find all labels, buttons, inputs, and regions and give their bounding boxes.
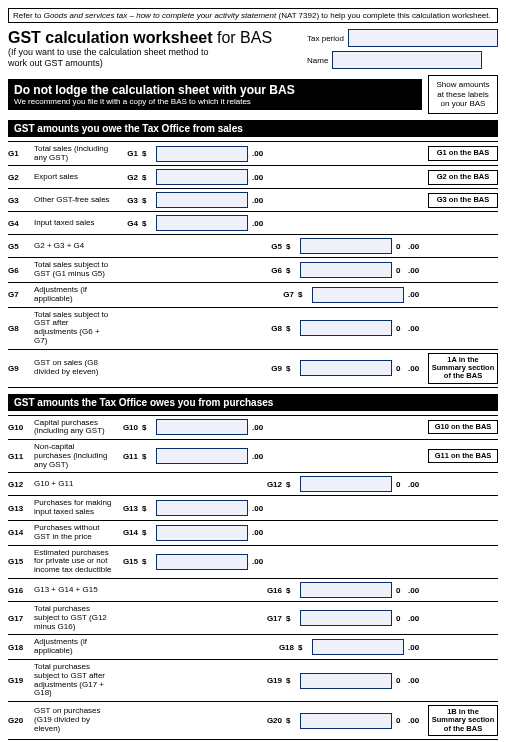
label-left: G1	[116, 149, 138, 158]
amount-input[interactable]	[156, 146, 248, 162]
dollar-sign: $	[142, 452, 152, 461]
row-g3: G3Other GST-free salesG3$.00G3 on the BA…	[8, 188, 498, 211]
taxperiod-input[interactable]	[348, 29, 498, 47]
bas-ref: G10 on the BAS	[426, 420, 498, 434]
taxperiod-label: Tax period	[307, 34, 344, 43]
cents: .00	[408, 716, 422, 725]
dollar-sign: $	[142, 528, 152, 537]
bas-badge: G2 on the BAS	[428, 170, 498, 184]
section-purchases: GST amounts the Tax Office owes you from…	[8, 394, 498, 411]
label-left: G15	[116, 557, 138, 566]
amount-input	[300, 476, 392, 492]
code: G12	[8, 480, 30, 489]
bas-ref: G11 on the BAS	[426, 449, 498, 463]
desc: Non-capital purchases (including any GST…	[34, 443, 112, 469]
amount-input	[300, 238, 392, 254]
bas-badge: G3 on the BAS	[428, 193, 498, 207]
desc: Adjustments (if applicable)	[34, 638, 124, 656]
dollar-sign: $	[142, 557, 152, 566]
cents: .00	[408, 586, 422, 595]
dollar-sign: $	[286, 242, 296, 251]
hint-pre: Refer to	[13, 11, 44, 20]
row-g13: G13Purchases for making input taxed sale…	[8, 495, 498, 520]
label-right: G6	[260, 266, 282, 275]
row-g18: G18Adjustments (if applicable)G18$.00	[8, 634, 498, 659]
amount-input	[300, 262, 392, 278]
row-g15: G15Estimated purchases for private use o…	[8, 545, 498, 578]
row-g16: G16G13 + G14 + G15G16$0.00	[8, 578, 498, 601]
row-g10: G10Capital purchases (including any GST)…	[8, 415, 498, 440]
amount-input[interactable]	[156, 525, 248, 541]
bas-labels-box: Show amounts at these labels on your BAS	[428, 75, 498, 114]
label-right: G7	[272, 290, 294, 299]
cents: .00	[252, 423, 266, 432]
bas-badge: G10 on the BAS	[428, 420, 498, 434]
desc: Export sales	[34, 173, 112, 182]
dollar-sign: $	[286, 716, 296, 725]
row-g6: G6Total sales subject to GST (G1 minus G…	[8, 257, 498, 282]
bas-badge: 1B in the Summary section of the BAS	[428, 705, 498, 736]
cents: .00	[252, 149, 266, 158]
label-left: G10	[116, 423, 138, 432]
amount-input[interactable]	[156, 448, 248, 464]
code: G19	[8, 676, 30, 685]
bas-badge: 1A in the Summary section of the BAS	[428, 353, 498, 384]
amount-input[interactable]	[156, 554, 248, 570]
desc: G13 + G14 + G15	[34, 586, 112, 595]
cents: .00	[252, 219, 266, 228]
amount-input[interactable]	[156, 169, 248, 185]
dollar-sign: $	[142, 504, 152, 513]
warning-banner: Do not lodge the calculation sheet with …	[8, 79, 422, 110]
code: G2	[8, 173, 30, 182]
row-g12: G12G10 + G11G12$0.00	[8, 472, 498, 495]
row-g1: G1Total sales (including any GST)G1$.00G…	[8, 141, 498, 166]
desc: G10 + G11	[34, 480, 112, 489]
dollar-sign: $	[298, 643, 308, 652]
calc-zero: 0	[396, 324, 404, 333]
desc: Estimated purchases for private use or n…	[34, 549, 112, 575]
amount-input[interactable]	[156, 419, 248, 435]
dollar-sign: $	[298, 290, 308, 299]
row-g20: G20GST on purchases (G19 divided by elev…	[8, 701, 498, 740]
dollar-sign: $	[286, 266, 296, 275]
code: G6	[8, 266, 30, 275]
dollar-sign: $	[142, 219, 152, 228]
label-right: G5	[260, 242, 282, 251]
code: G20	[8, 716, 30, 725]
amount-input	[300, 673, 392, 689]
desc: Total sales subject to GST after adjustm…	[34, 311, 112, 346]
dollar-sign: $	[286, 364, 296, 373]
label-right: G17	[260, 614, 282, 623]
desc: Total sales subject to GST (G1 minus G5)	[34, 261, 112, 279]
label-left: G14	[116, 528, 138, 537]
dollar-sign: $	[142, 423, 152, 432]
amount-input	[300, 713, 392, 729]
name-input[interactable]	[332, 51, 482, 69]
amount-input	[300, 360, 392, 376]
cents: .00	[252, 557, 266, 566]
dollar-sign: $	[142, 173, 152, 182]
bas-ref: 1A in the Summary section of the BAS	[426, 353, 498, 384]
amount-input[interactable]	[312, 287, 404, 303]
calc-zero: 0	[396, 364, 404, 373]
label-left: G4	[116, 219, 138, 228]
amount-input[interactable]	[156, 500, 248, 516]
dollar-sign: $	[286, 586, 296, 595]
hint-post: (NAT 7392) to help you complete this cal…	[276, 11, 490, 20]
cents: .00	[408, 290, 422, 299]
code: G17	[8, 614, 30, 623]
reference-hint: Refer to Goods and services tax – how to…	[8, 8, 498, 23]
label-left: G11	[116, 452, 138, 461]
code: G5	[8, 242, 30, 251]
amount-input[interactable]	[312, 639, 404, 655]
label-left: G13	[116, 504, 138, 513]
code: G8	[8, 324, 30, 333]
amount-input[interactable]	[156, 192, 248, 208]
amount-input[interactable]	[156, 215, 248, 231]
desc: Other GST-free sales	[34, 196, 112, 205]
desc: Purchases without GST in the price	[34, 524, 112, 542]
label-right: G20	[260, 716, 282, 725]
row-g19: G19Total purchases subject to GST after …	[8, 659, 498, 701]
row-g14: G14Purchases without GST in the priceG14…	[8, 520, 498, 545]
row-g7: G7Adjustments (if applicable)G7$.00	[8, 282, 498, 307]
